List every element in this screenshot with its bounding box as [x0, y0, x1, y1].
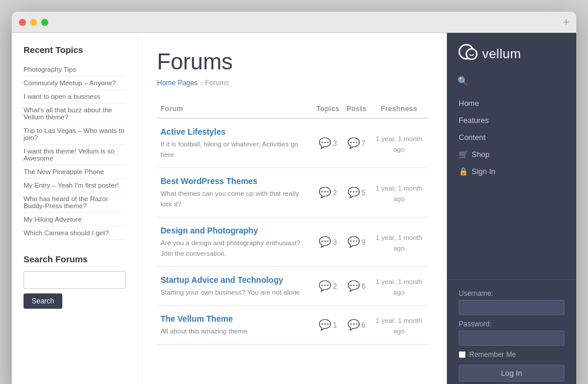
- maximize-btn[interactable]: [41, 19, 48, 26]
- posts-count: 5: [362, 189, 366, 197]
- forum-info: Startup Advice and Technology Starting y…: [157, 267, 313, 306]
- recent-topic-item[interactable]: The New Pineapple Phone: [24, 165, 126, 179]
- nav-item[interactable]: 🛒Shop: [447, 146, 576, 163]
- topics-count: 2: [333, 189, 337, 197]
- browser-window: + Recent Topics Photography TipsCommunit…: [12, 12, 576, 384]
- freshness-text: 1 year, 1 month ago: [376, 135, 422, 153]
- forum-name-link[interactable]: Best WordPress Themes: [161, 176, 309, 186]
- new-tab-icon[interactable]: +: [563, 17, 569, 28]
- forum-topics-cell: 💬 2: [313, 168, 343, 218]
- recent-topic-item[interactable]: My Hiking Adveture: [24, 213, 126, 226]
- topics-bubble-icon: 💬: [319, 186, 331, 199]
- lock-icon: 🔒: [459, 167, 468, 176]
- col-forum: Forum: [157, 100, 313, 118]
- recent-topic-item[interactable]: What's all that buzz about the Vellum th…: [24, 103, 126, 124]
- recent-topics-title: Recent Topics: [24, 45, 126, 55]
- nav-link[interactable]: Content: [459, 133, 564, 142]
- titlebar: +: [12, 12, 576, 33]
- recent-topic-item[interactable]: I want this theme! Vellum is so Awesome: [24, 145, 126, 165]
- forum-description: Starting your own business? You are not …: [161, 289, 300, 296]
- posts-count: 6: [362, 282, 366, 290]
- remember-label: Remember Me: [469, 350, 516, 359]
- forum-info: Design and Photography Are you a design …: [157, 218, 313, 267]
- breadcrumb-separator: ›: [200, 78, 202, 87]
- breadcrumb: Home Pages › Forums: [157, 78, 428, 87]
- brand-bar: vellum: [447, 33, 576, 74]
- forum-freshness-cell: 1 year, 1 month ago: [370, 218, 428, 267]
- nav-item[interactable]: Home: [447, 95, 576, 112]
- posts-count: 9: [362, 238, 366, 246]
- breadcrumb-home[interactable]: Home Pages: [157, 79, 198, 87]
- username-input[interactable]: [459, 300, 564, 315]
- nav-link[interactable]: Features: [459, 116, 564, 125]
- right-search[interactable]: 🔍: [447, 74, 576, 92]
- forum-topics-cell: 💬 3: [313, 118, 343, 168]
- brand-logo-icon: [459, 44, 477, 64]
- topics-bubble-icon: 💬: [319, 280, 331, 292]
- password-input[interactable]: [459, 330, 564, 346]
- forum-topics-cell: 💬 3: [313, 218, 343, 267]
- table-row: Best WordPress Themes What themes can yo…: [157, 168, 428, 218]
- recent-topic-item[interactable]: Community Meetup – Anyone?: [24, 76, 126, 90]
- topics-bubble-icon: 💬: [319, 319, 331, 331]
- forum-freshness-cell: 1 year, 1 month ago: [370, 306, 428, 345]
- center-content: Forums Home Pages › Forums Forum Topics …: [138, 33, 447, 384]
- nav-link[interactable]: 🛒Shop: [459, 150, 564, 159]
- forum-freshness-cell: 1 year, 1 month ago: [370, 267, 428, 306]
- freshness-text: 1 year, 1 month ago: [376, 185, 422, 202]
- search-button[interactable]: Search: [24, 293, 62, 309]
- nav-link[interactable]: 🔒Sign In: [459, 167, 564, 176]
- nav-item[interactable]: 🔒Sign In: [447, 163, 576, 180]
- forum-name-link[interactable]: Design and Photography: [161, 226, 309, 235]
- table-row: Active Lifestyles If it is football, hik…: [157, 118, 428, 168]
- forum-topics-cell: 💬 1: [313, 306, 343, 345]
- forum-name-link[interactable]: Startup Advice and Technology: [161, 275, 309, 285]
- recent-topic-item[interactable]: Photography Tips: [24, 63, 126, 76]
- forum-posts-cell: 💬 6: [343, 267, 370, 306]
- password-label: Password:: [459, 320, 564, 328]
- table-row: Design and Photography Are you a design …: [157, 218, 428, 267]
- brand-name: vellum: [482, 46, 521, 62]
- table-header-row: Forum Topics Posts Freshness: [157, 100, 428, 118]
- page-title: Forums: [157, 49, 428, 75]
- posts-count: 7: [362, 139, 366, 148]
- nav-item[interactable]: Features: [447, 112, 576, 129]
- col-posts: Posts: [343, 100, 370, 118]
- nav-link[interactable]: Home: [459, 99, 564, 108]
- forum-posts-cell: 💬 6: [343, 306, 370, 345]
- search-icon[interactable]: 🔍: [457, 76, 469, 86]
- topics-count: 3: [333, 139, 337, 148]
- forum-name-link[interactable]: The Vellum Theme: [161, 314, 309, 323]
- svg-point-1: [466, 49, 477, 59]
- posts-bubble-icon: 💬: [348, 319, 360, 331]
- posts-count: 6: [362, 321, 366, 329]
- forum-topics-cell: 💬 2: [313, 267, 343, 306]
- recent-topic-item[interactable]: My Entry – Yeah I'm first poster!: [24, 179, 126, 192]
- freshness-text: 1 year, 1 month ago: [376, 317, 422, 335]
- posts-bubble-icon: 💬: [348, 186, 360, 199]
- topics-count: 1: [333, 321, 337, 329]
- forum-description: If it is football, hiking or whatever; A…: [161, 141, 298, 158]
- recent-topic-item[interactable]: I want to open a business: [24, 90, 126, 103]
- posts-bubble-icon: 💬: [348, 236, 360, 248]
- recent-topic-item[interactable]: Who has heard of the Razor Buddy-Press t…: [24, 192, 126, 213]
- search-input[interactable]: [24, 271, 126, 289]
- posts-bubble-icon: 💬: [348, 280, 360, 292]
- remember-checkbox[interactable]: [459, 351, 466, 358]
- close-btn[interactable]: [19, 19, 26, 26]
- table-row: Startup Advice and Technology Starting y…: [157, 267, 428, 306]
- login-section: Username: Password: Remember Me Log In: [447, 279, 576, 384]
- login-button[interactable]: Log In: [459, 365, 564, 382]
- recent-topic-item[interactable]: Which Camera should I get?: [24, 226, 126, 240]
- remember-row: Remember Me: [459, 350, 564, 359]
- col-freshness: Freshness: [370, 100, 428, 118]
- minimize-btn[interactable]: [30, 19, 37, 26]
- forum-freshness-cell: 1 year, 1 month ago: [370, 168, 428, 218]
- forum-name-link[interactable]: Active Lifestyles: [161, 127, 309, 136]
- username-label: Username:: [459, 289, 564, 298]
- topics-bubble-icon: 💬: [319, 137, 331, 149]
- forum-posts-cell: 💬 7: [343, 118, 370, 168]
- left-sidebar: Recent Topics Photography TipsCommunity …: [12, 33, 138, 384]
- nav-item[interactable]: Content: [447, 129, 576, 146]
- recent-topic-item[interactable]: Trip to Las Vegas – Who wants to join?: [24, 124, 126, 145]
